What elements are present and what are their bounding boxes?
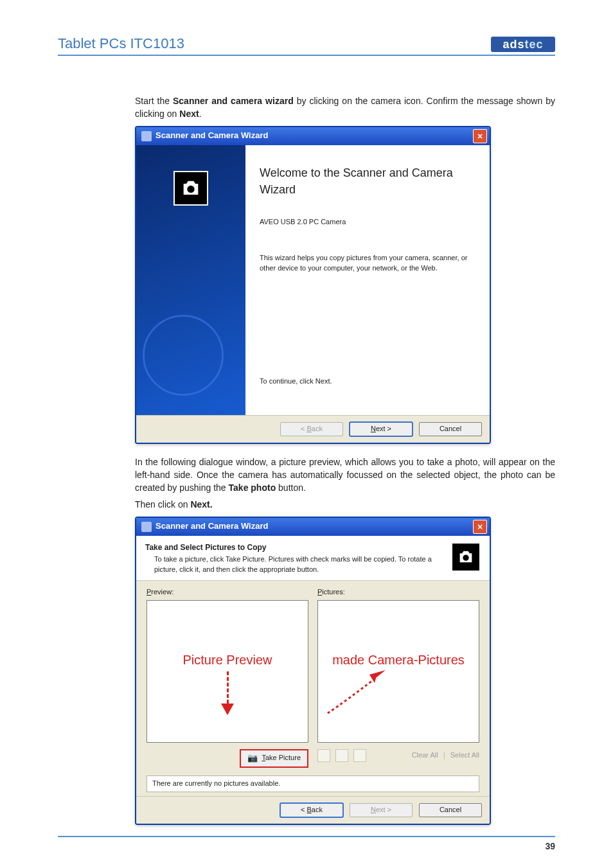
back-button[interactable]: < Back — [280, 803, 343, 817]
p2-text-end: button. — [276, 483, 306, 493]
dialog2-header-title: Take and Select Pictures to Copy — [145, 542, 451, 553]
dialog2-header: Take and Select Pictures to Copy To take… — [136, 536, 490, 580]
close-icon[interactable]: × — [473, 129, 487, 143]
dialog1-continue-text: To continue, click Next. — [260, 376, 477, 387]
take-picture-label: Take Picture — [262, 753, 301, 763]
paragraph-2: In the following dialogue window, a pict… — [135, 456, 555, 495]
preview-box: Picture Preview — [147, 600, 308, 743]
preview-label: Preview: — [147, 587, 308, 598]
camera-icon: 📷 — [247, 752, 258, 765]
rotate-cw-icon[interactable] — [335, 749, 348, 762]
rotate-ccw-icon[interactable] — [317, 749, 330, 762]
annotation-arrow-down-icon — [221, 671, 234, 718]
pictures-column: Pictures: made Camera-Pictures — [317, 587, 479, 768]
dialog1-title-icon — [141, 131, 152, 141]
intro-text: Start the — [135, 96, 173, 106]
doc-title: Tablet PCs ITC1013 — [58, 35, 184, 52]
close-icon[interactable]: × — [473, 520, 487, 534]
intro-bold-next: Next — [179, 109, 199, 119]
paragraph-3: Then click on Next. — [135, 498, 555, 511]
main-content: Start the Scanner and camera wizard by c… — [135, 94, 555, 825]
select-all-button[interactable]: Select All — [450, 750, 479, 761]
dialog2-header-subtitle: To take a picture, click Take Picture. P… — [145, 554, 437, 575]
dialog2-title-icon — [141, 522, 152, 532]
brand-logo: adstec — [491, 37, 555, 52]
cancel-button[interactable]: Cancel — [419, 422, 482, 436]
dialog2-body: Preview: Picture Preview 📷 — [136, 581, 490, 796]
dialog1-main: Welcome to the Scanner and Camera Wizard… — [245, 145, 490, 415]
properties-icon[interactable] — [353, 749, 366, 762]
dialog1-sidebar — [136, 145, 245, 415]
dialog2-status-text: There are currently no pictures availabl… — [147, 775, 479, 792]
p2-bold: Take photo — [229, 483, 276, 493]
page-header: Tablet PCs ITC1013 adstec — [58, 35, 555, 56]
back-button: < Back — [280, 422, 343, 436]
intro-text-end: . — [199, 109, 202, 119]
page-number: 39 — [545, 841, 555, 851]
pictures-toolbar — [317, 749, 366, 762]
pictures-label: Pictures: — [317, 587, 479, 598]
dialog1-device-name: AVEO USB 2.0 PC Camera — [260, 217, 477, 227]
next-button: Next > — [350, 803, 413, 817]
camera-wizard-icon — [173, 171, 208, 206]
dialog2-title-text: Scanner and Camera Wizard — [155, 520, 268, 533]
sidebar-graphic — [143, 315, 224, 396]
cancel-button[interactable]: Cancel — [419, 803, 482, 817]
dialog1-footer: < Back Next > Cancel — [136, 415, 490, 443]
dialog1-titlebar[interactable]: Scanner and Camera Wizard × — [136, 127, 490, 145]
dialog2-titlebar[interactable]: Scanner and Camera Wizard × — [136, 518, 490, 536]
preview-column: Preview: Picture Preview 📷 — [147, 587, 308, 768]
dialog2-footer: < Back Next > Cancel — [136, 796, 490, 824]
wizard-dialog-welcome: Scanner and Camera Wizard × Welcome to t… — [135, 126, 491, 444]
page-footer: 39 — [58, 836, 555, 851]
wizard-dialog-take-pictures: Scanner and Camera Wizard × Take and Sel… — [135, 517, 491, 825]
p3-bold: Next. — [190, 499, 212, 509]
dialog1-welcome-heading: Welcome to the Scanner and Camera Wizard — [260, 164, 477, 198]
dialog1-body: Welcome to the Scanner and Camera Wizard… — [136, 145, 490, 415]
intro-paragraph: Start the Scanner and camera wizard by c… — [135, 94, 555, 121]
intro-bold-wizard: Scanner and camera wizard — [173, 96, 294, 106]
camera-wizard-icon — [451, 542, 481, 572]
clear-all-button[interactable]: Clear All — [412, 750, 438, 761]
take-picture-button[interactable]: 📷 Take Picture — [240, 749, 308, 768]
annotation-preview-text: Picture Preview — [147, 651, 308, 669]
pictures-box: made Camera-Pictures — [317, 600, 479, 743]
p3-text-pre: Then click on — [135, 499, 190, 509]
dialog1-description: This wizard helps you copy pictures from… — [260, 253, 477, 274]
p2-text-pre: In the following dialogue window, a pict… — [135, 457, 555, 493]
next-button[interactable]: Next > — [350, 422, 413, 436]
annotation-arrow-diagonal-icon — [324, 665, 395, 720]
dialog1-title-text: Scanner and Camera Wizard — [155, 130, 268, 142]
